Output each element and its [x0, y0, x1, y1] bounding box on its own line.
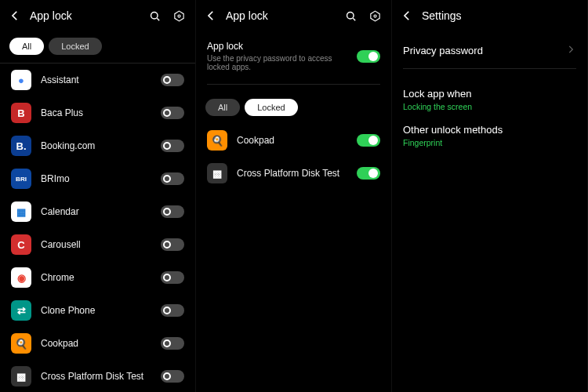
app-toggle[interactable]	[161, 172, 184, 185]
filter-tabs: All Locked	[196, 93, 391, 124]
master-label: App lock	[207, 41, 357, 52]
header: App lock	[196, 0, 391, 31]
tab-locked[interactable]: Locked	[245, 99, 297, 116]
app-toggle[interactable]	[161, 107, 184, 119]
app-toggle[interactable]	[161, 271, 184, 284]
app-icon: ▦	[11, 201, 31, 222]
app-icon: B.	[11, 136, 31, 156]
app-toggle[interactable]	[161, 140, 184, 152]
header: App lock	[0, 0, 195, 31]
back-icon[interactable]	[204, 9, 218, 23]
list-item: 🍳Cookpad	[196, 124, 391, 157]
tab-all[interactable]: All	[205, 99, 240, 116]
app-toggle[interactable]	[161, 370, 184, 383]
master-applock-row: App lock Use the privacy password to acc…	[196, 31, 391, 76]
lock-when-label: Lock app when	[403, 88, 576, 100]
tab-locked[interactable]: Locked	[49, 38, 101, 55]
header: Settings	[392, 0, 587, 31]
svg-point-5	[374, 14, 376, 16]
list-item: ⇄Clone Phone	[0, 294, 195, 327]
app-name: Baca Plus	[41, 107, 151, 118]
app-icon: ⇄	[11, 300, 31, 321]
privacy-password-label: Privacy password	[403, 45, 565, 56]
tab-all[interactable]: All	[9, 38, 44, 55]
settings-gear-icon[interactable]	[172, 9, 186, 23]
app-toggle[interactable]	[357, 134, 380, 147]
list-item: B.Booking.com	[0, 129, 195, 162]
app-list: ●AssistantBBaca PlusB.Booking.comBRIBRIm…	[0, 64, 195, 392]
app-icon: C	[11, 234, 31, 255]
panel-applock-all: App lock All Locked ●AssistantBBaca Plus…	[0, 0, 196, 392]
app-icon: B	[11, 103, 31, 123]
app-toggle[interactable]	[161, 74, 184, 86]
settings-gear-icon[interactable]	[368, 9, 382, 23]
list-item: ●Assistant	[0, 64, 195, 96]
page-title: App lock	[30, 9, 140, 22]
svg-marker-1	[175, 11, 183, 21]
app-name: BRImo	[41, 173, 151, 184]
page-title: Settings	[422, 9, 578, 22]
app-name: Cross Platform Disk Test	[41, 371, 151, 382]
app-toggle[interactable]	[161, 337, 184, 350]
app-icon: ▩	[11, 366, 31, 387]
other-unlock-label: Other unlock methods	[403, 124, 576, 136]
search-icon[interactable]	[148, 9, 162, 23]
app-icon: 🍳	[207, 130, 227, 151]
panel-settings: Settings Privacy password Lock app when …	[392, 0, 588, 392]
app-name: Assistant	[41, 74, 151, 85]
page-title: App lock	[226, 9, 336, 22]
list-item: 🍳Cookpad	[0, 327, 195, 360]
chevron-right-icon	[565, 44, 576, 57]
app-name: Cross Platform Disk Test	[237, 168, 347, 179]
search-icon[interactable]	[344, 9, 358, 23]
list-item: ◉Chrome	[0, 261, 195, 294]
other-unlock-row[interactable]: Other unlock methods Fingerprint	[392, 113, 587, 149]
app-name: Booking.com	[41, 140, 151, 151]
divider	[403, 68, 576, 69]
list-item: BBaca Plus	[0, 96, 195, 129]
app-name: Cookpad	[41, 338, 151, 349]
filter-tabs: All Locked	[0, 31, 195, 63]
app-icon: ◉	[11, 267, 31, 288]
app-icon: BRI	[11, 169, 31, 189]
privacy-password-row[interactable]: Privacy password	[392, 31, 587, 60]
app-icon: ●	[11, 70, 31, 90]
svg-point-0	[151, 12, 158, 19]
lock-when-row[interactable]: Lock app when Locking the screen	[392, 77, 587, 113]
app-name: Carousell	[41, 239, 151, 250]
divider	[207, 84, 380, 85]
master-toggle[interactable]	[357, 50, 380, 63]
app-toggle[interactable]	[161, 205, 184, 218]
other-unlock-value: Fingerprint	[403, 138, 576, 147]
list-item: ▦Calendar	[0, 195, 195, 228]
list-item: CCarousell	[0, 228, 195, 261]
app-icon: 🍳	[11, 333, 31, 354]
app-toggle[interactable]	[161, 304, 184, 317]
app-icon: ▩	[207, 163, 227, 183]
svg-point-3	[347, 12, 354, 19]
list-item: ▩Cross Platform Disk Test	[0, 360, 195, 392]
lock-when-value: Locking the screen	[403, 102, 576, 111]
list-item: ▩Cross Platform Disk Test	[196, 157, 391, 190]
svg-point-2	[178, 14, 180, 16]
app-name: Calendar	[41, 206, 151, 217]
svg-marker-4	[371, 11, 379, 21]
app-name: Cookpad	[237, 135, 347, 146]
back-icon[interactable]	[400, 9, 414, 23]
app-name: Chrome	[41, 272, 151, 283]
master-sub: Use the privacy password to access locke…	[207, 54, 357, 71]
panel-applock-locked: App lock App lock Use the privacy passwo…	[196, 0, 392, 392]
back-icon[interactable]	[8, 9, 22, 23]
list-item: BRIBRImo	[0, 162, 195, 195]
app-list: 🍳Cookpad▩Cross Platform Disk Test	[196, 124, 391, 190]
app-toggle[interactable]	[161, 238, 184, 251]
app-name: Clone Phone	[41, 305, 151, 316]
app-toggle[interactable]	[357, 167, 380, 180]
